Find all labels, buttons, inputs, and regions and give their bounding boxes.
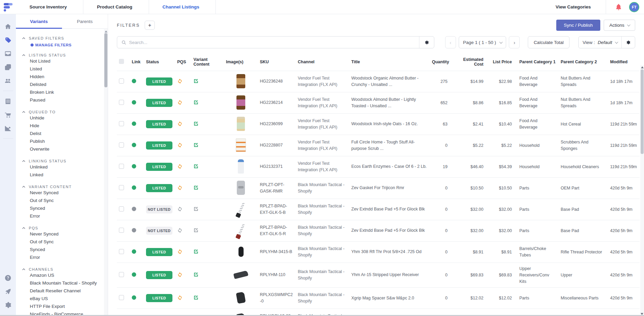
pqs-sync-icon[interactable] [177, 185, 183, 190]
sync-publish-button[interactable]: Sync / Publish [556, 20, 600, 31]
filter-item[interactable]: Hidden [22, 73, 104, 81]
title-cell[interactable]: Full Circle Home - Tough Stuff All-purpo… [349, 135, 430, 156]
filter-item[interactable]: Unhide [22, 114, 104, 122]
filter-item[interactable]: Never Synced [22, 230, 104, 238]
cart-icon[interactable] [2, 108, 14, 121]
row-checkbox[interactable] [119, 121, 124, 126]
filter-item[interactable]: Delisted [22, 81, 104, 88]
variant-content-edit-icon[interactable] [193, 185, 199, 190]
filter-item[interactable]: Hide [22, 122, 104, 130]
row-checkbox[interactable] [119, 249, 124, 254]
filter-item[interactable]: Unlinked [22, 163, 104, 171]
title-cell[interactable]: Zev Extndd Base Pad +5 For Glock Blk [349, 220, 430, 242]
select-all-checkbox[interactable] [119, 59, 124, 64]
variant-content-edit-icon[interactable] [193, 164, 199, 169]
variant-content-edit-icon[interactable] [193, 272, 199, 277]
variant-content-edit-icon[interactable] [193, 100, 199, 105]
filter-item[interactable]: Publish [22, 137, 104, 145]
title-cell[interactable]: Yhm 308 Rfl Thr Prot 5/8×24 .725 Od [349, 242, 430, 263]
variant-content-edit-icon[interactable] [193, 121, 199, 126]
section-header-saved-filters[interactable]: SAVED FILTERS [22, 36, 104, 40]
row-checkbox[interactable] [119, 206, 124, 211]
view-categories-link[interactable]: View Categories [541, 4, 606, 9]
filter-item[interactable]: Never Synced [22, 189, 104, 197]
filter-item[interactable]: Overwrite [22, 145, 104, 153]
title-cell[interactable]: Xgrip Mag Spacer For Glk 19/23 G5 [349, 309, 430, 315]
pqs-sync-icon[interactable] [177, 164, 183, 169]
tag-icon[interactable] [2, 33, 14, 47]
app-logo[interactable] [0, 0, 16, 14]
filter-item[interactable]: Black Mountain Tactical - Shopify [22, 279, 104, 287]
product-image[interactable] [236, 95, 245, 110]
settings-icon[interactable] [2, 298, 14, 312]
filter-item[interactable]: Linked [22, 171, 104, 179]
view-dropdown[interactable]: View : Default [579, 40, 621, 45]
home-icon[interactable] [2, 20, 14, 33]
column-header-channel[interactable]: Channel [296, 54, 349, 71]
next-page-button[interactable]: › [509, 36, 520, 48]
pqs-sync-icon[interactable] [177, 272, 183, 277]
product-image[interactable] [238, 247, 244, 257]
title-cell[interactable]: Zev Gasket For Trijicon Rmr [349, 178, 430, 199]
column-header-variant-content[interactable]: Variant Content [191, 54, 224, 71]
column-header-estimated-cost[interactable]: Estimated Cost [453, 54, 489, 71]
column-header-list-price[interactable]: List Price [489, 54, 517, 71]
calculate-total-button[interactable]: Calculate Total [528, 36, 569, 48]
pqs-sync-icon[interactable] [177, 206, 183, 212]
variant-content-edit-icon[interactable] [193, 78, 199, 84]
column-header-status[interactable]: Status [144, 54, 175, 71]
product-image[interactable] [236, 74, 245, 88]
product-image[interactable] [237, 224, 245, 237]
title-cell[interactable]: Yhm Ar-15 Stripped Upper Receiver [349, 263, 430, 288]
nav-channel-listings[interactable]: Channel Listings [149, 0, 216, 14]
filter-item[interactable]: Synced [22, 246, 104, 253]
column-header-parent-category-2[interactable]: Parent Category 2 [559, 54, 608, 71]
pqs-sync-icon[interactable] [177, 228, 183, 233]
row-checkbox[interactable] [119, 272, 124, 277]
sidebar-scrollbar[interactable] [104, 29, 108, 315]
product-image[interactable] [236, 138, 246, 152]
row-checkbox[interactable] [119, 78, 124, 84]
row-checkbox[interactable] [119, 164, 124, 169]
prev-page-button[interactable]: ‹ [445, 36, 456, 48]
title-cell[interactable]: Xgrip Mag Spacer S&w M&pc 2.0 [349, 288, 430, 309]
page-dropdown[interactable]: Page 1 ( 1 - 50 ) [459, 36, 506, 48]
filter-item[interactable]: Paused [22, 96, 104, 104]
copies-icon[interactable] [2, 60, 14, 74]
filter-item[interactable]: Default Reseller Channel [22, 287, 104, 295]
nav-product-catalog[interactable]: Product Catalog [83, 0, 149, 14]
section-header-listing-status[interactable]: LISTING STATUS [22, 53, 104, 57]
column-header-link[interactable]: Link [130, 54, 144, 71]
tab-parents[interactable]: Parents [62, 14, 108, 29]
section-header-pqs[interactable]: PQS [22, 226, 104, 230]
row-checkbox[interactable] [119, 228, 124, 233]
filter-item[interactable]: Synced [22, 204, 104, 212]
variant-content-edit-icon[interactable] [193, 206, 199, 211]
product-image[interactable] [237, 117, 245, 131]
actions-button[interactable]: Actions [604, 20, 635, 31]
row-checkbox[interactable] [119, 100, 124, 105]
title-cell[interactable]: Zev Extndd Base Pad +5 For Glock Blk [349, 199, 430, 220]
row-checkbox[interactable] [119, 295, 124, 300]
variant-content-edit-icon[interactable] [193, 228, 199, 233]
column-header-image-s-[interactable]: Image(s) [224, 54, 258, 71]
add-filter-button[interactable]: + [145, 21, 155, 30]
pqs-sync-icon[interactable] [177, 142, 183, 148]
pqs-sync-icon[interactable] [177, 249, 183, 254]
search-settings-button[interactable] [419, 37, 434, 48]
pqs-sync-icon[interactable] [177, 295, 183, 300]
filter-item[interactable]: Amazon US [22, 271, 104, 279]
section-header-linking-status[interactable]: LINKING STATUS [22, 159, 104, 163]
inbox-icon[interactable] [2, 47, 14, 60]
pqs-sync-icon[interactable] [177, 121, 183, 127]
product-image[interactable] [233, 270, 249, 279]
filter-item[interactable]: HTTP File Export [22, 302, 104, 310]
notifications-button[interactable] [606, 3, 629, 11]
users-icon[interactable] [2, 74, 14, 87]
variant-content-edit-icon[interactable] [193, 142, 199, 148]
help-icon[interactable] [2, 271, 14, 285]
pqs-sync-icon[interactable] [177, 78, 183, 84]
variant-content-edit-icon[interactable] [193, 295, 199, 300]
search-input[interactable] [129, 40, 419, 45]
section-header-queued-to[interactable]: QUEUED TO [22, 110, 104, 114]
